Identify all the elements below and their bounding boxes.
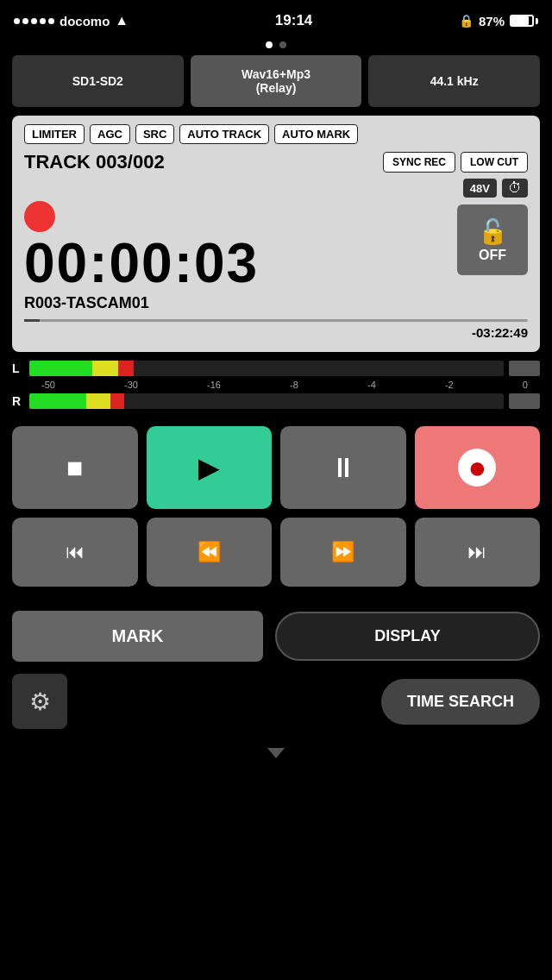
transport-row: ■ ▶ ⏸ ●	[12, 426, 540, 509]
vu-row-r: R	[12, 393, 540, 409]
home-bar-icon	[267, 748, 285, 758]
timer-area: 00:00:03 R003-TASCAM01 🔓 OFF	[24, 201, 528, 312]
play-icon: ▶	[198, 451, 220, 484]
progress-bar	[24, 319, 528, 322]
timer-icon-button[interactable]: ⏱	[502, 179, 528, 198]
time-display: 19:14	[275, 12, 312, 29]
timer-filename: R003-TASCAM01	[24, 294, 448, 312]
vu-scale-minus2: -2	[445, 380, 454, 390]
lock-box-label: OFF	[479, 248, 506, 263]
badge-src[interactable]: SRC	[135, 124, 174, 144]
signal-dot-3	[31, 18, 37, 24]
wifi-icon: ▲	[115, 13, 129, 28]
vu-scale: -50 -30 -16 -8 -4 -2 0	[12, 380, 540, 390]
prev-track-button[interactable]: ⏮	[12, 518, 138, 587]
timer-display: 00:00:03	[24, 236, 448, 291]
time-search-button[interactable]: TIME SEARCH	[381, 679, 540, 725]
battery-body	[510, 15, 534, 27]
battery-tip	[536, 18, 538, 24]
vu-scale-minus8: -8	[290, 380, 298, 390]
status-right: 🔒 87%	[459, 14, 538, 28]
prev-track-icon: ⏮	[66, 541, 85, 563]
freq-button[interactable]: 44.1 kHz	[368, 55, 540, 107]
lock-icon: 🔒	[459, 14, 474, 28]
battery-icon	[510, 15, 538, 27]
next-track-button[interactable]: ⏭	[415, 518, 541, 587]
badge-automark[interactable]: AUTO MARK	[274, 124, 358, 144]
bottom-row-2: ⚙ TIME SEARCH	[12, 674, 540, 729]
bottom-row-1: MARK DISPLAY	[12, 611, 540, 662]
low-cut-button[interactable]: LOW CUT	[461, 152, 528, 173]
vu-meters: L -50 -30 -16 -8 -4 -2 0 R	[0, 352, 552, 416]
vu-fill-r	[29, 393, 124, 409]
nav-row: ⏮ ⏪ ⏩ ⏭	[12, 518, 540, 587]
sd-button[interactable]: SD1-SD2	[12, 55, 184, 107]
rec-indicator	[24, 201, 55, 232]
vu-meter-l	[29, 361, 504, 376]
vu-scale-minus16: -16	[207, 380, 221, 390]
record-button[interactable]: ●	[415, 426, 541, 509]
display-panel: LIMITER AGC SRC AUTO TRACK AUTO MARK TRA…	[12, 116, 540, 352]
progress-fill	[24, 319, 40, 322]
track-buttons: SYNC REC LOW CUT	[383, 152, 528, 173]
display-button[interactable]: DISPLAY	[275, 612, 540, 661]
badge-agc[interactable]: AGC	[90, 124, 130, 144]
remaining-time: -03:22:49	[24, 325, 528, 340]
page-dots	[0, 38, 552, 55]
transport-section: ■ ▶ ⏸ ● ⏮ ⏪ ⏩ ⏭	[0, 416, 552, 611]
wav-button[interactable]: Wav16+Mp3(Relay)	[191, 55, 362, 107]
signal-dot-2	[22, 18, 28, 24]
page-dot-2[interactable]	[279, 41, 286, 48]
track-row: TRACK 003/002 SYNC REC LOW CUT	[24, 151, 528, 173]
vu-clip-l	[509, 361, 540, 376]
settings-button[interactable]: ⚙	[12, 674, 67, 729]
badge-limiter[interactable]: LIMITER	[24, 124, 85, 144]
badge-autotrack[interactable]: AUTO TRACK	[179, 124, 269, 144]
battery-fill	[511, 16, 529, 25]
stop-icon: ■	[66, 452, 83, 484]
vu-scale-minus50: -50	[41, 380, 55, 390]
vu-label-r: R	[12, 394, 24, 408]
status-left: docomo ▲	[14, 13, 129, 28]
vu-scale-minus30: -30	[124, 380, 138, 390]
fast-forward-button[interactable]: ⏩	[280, 518, 406, 587]
fast-forward-icon: ⏩	[331, 541, 354, 563]
battery-pct: 87%	[479, 14, 505, 28]
bottom-section: MARK DISPLAY ⚙ TIME SEARCH	[0, 611, 552, 729]
home-indicator	[0, 736, 552, 765]
rewind-icon: ⏪	[198, 541, 221, 563]
badges-row: LIMITER AGC SRC AUTO TRACK AUTO MARK	[24, 124, 528, 144]
rewind-button[interactable]: ⏪	[147, 518, 273, 587]
track-label: TRACK 003/002	[24, 151, 165, 173]
sync-rec-button[interactable]: SYNC REC	[383, 152, 455, 173]
vu-row-l: L	[12, 361, 540, 376]
carrier-label: docomo	[60, 14, 110, 28]
pause-icon: ⏸	[329, 452, 357, 484]
vu-clip-r	[509, 393, 540, 409]
signal-dot-1	[14, 18, 20, 24]
next-track-icon: ⏭	[467, 541, 486, 563]
page-dot-1[interactable]	[266, 41, 273, 48]
vu-fill-l	[29, 361, 134, 376]
vu-scale-minus4: -4	[367, 380, 376, 390]
lock-open-icon: 🔓	[478, 217, 508, 246]
vu-scale-0: 0	[523, 380, 528, 390]
top-buttons: SD1-SD2 Wav16+Mp3(Relay) 44.1 kHz	[0, 55, 552, 116]
record-icon: ●	[458, 449, 496, 487]
stop-button[interactable]: ■	[12, 426, 138, 509]
timer-left: 00:00:03 R003-TASCAM01	[24, 201, 448, 312]
mark-button[interactable]: MARK	[12, 611, 263, 662]
gear-icon: ⚙	[29, 688, 51, 716]
v48-button[interactable]: 48V	[463, 179, 497, 198]
vu-meter-r	[29, 393, 504, 409]
status-bar: docomo ▲ 19:14 🔒 87%	[0, 0, 552, 38]
pause-button[interactable]: ⏸	[280, 426, 406, 509]
lock-box[interactable]: 🔓 OFF	[457, 204, 528, 275]
signal-dots	[14, 18, 54, 24]
vu-label-l: L	[12, 361, 24, 375]
signal-dot-4	[40, 18, 46, 24]
play-button[interactable]: ▶	[147, 426, 273, 509]
signal-dot-5	[48, 18, 54, 24]
